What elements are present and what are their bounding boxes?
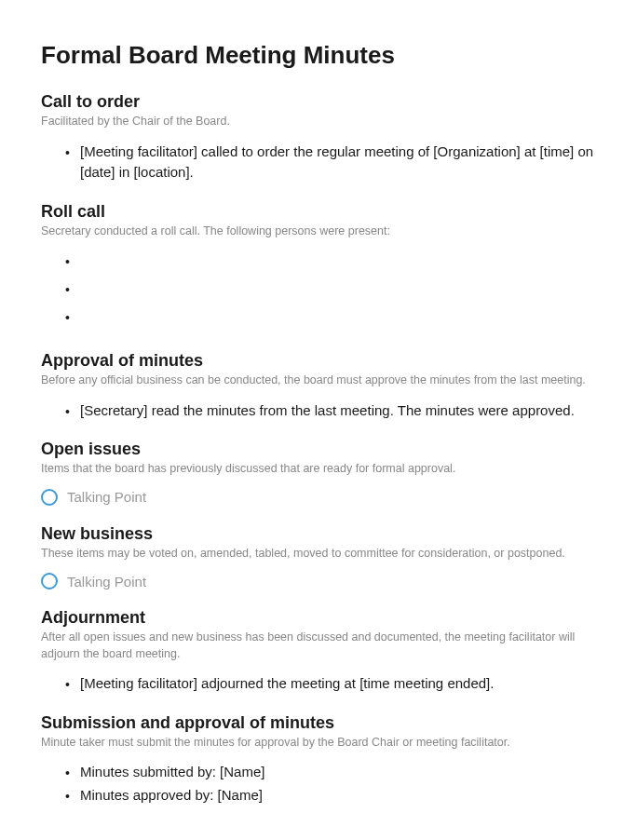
subtitle-adjournment: After all open issues and new business h… xyxy=(41,630,596,662)
circle-icon xyxy=(41,489,58,506)
list-item: Minutes submitted by: [Name] xyxy=(80,762,596,783)
heading-roll-call: Roll call xyxy=(41,202,596,222)
list-roll-call xyxy=(41,251,596,332)
list-adjournment: [Meeting facilitator] adjourned the meet… xyxy=(41,673,596,695)
list-item: [Meeting facilitator] called to order th… xyxy=(80,142,596,183)
heading-new-business: New business xyxy=(41,524,596,544)
heading-adjournment: Adjournment xyxy=(41,608,596,628)
heading-submission: Submission and approval of minutes xyxy=(41,713,596,733)
list-item: Minutes approved by: [Name] xyxy=(80,785,596,806)
list-item: [Meeting facilitator] adjourned the meet… xyxy=(80,673,596,695)
talking-point-open-issues[interactable]: Talking Point xyxy=(41,489,596,506)
circle-icon xyxy=(41,573,58,589)
section-open-issues: Open issues Items that the board has pre… xyxy=(41,440,596,506)
section-call-to-order: Call to order Facilitated by the Chair o… xyxy=(41,92,596,183)
heading-call-to-order: Call to order xyxy=(41,92,596,112)
list-item xyxy=(80,278,596,305)
subtitle-submission: Minute taker must submit the minutes for… xyxy=(41,735,596,752)
heading-approval-minutes: Approval of minutes xyxy=(41,351,596,371)
talking-point-new-business[interactable]: Talking Point xyxy=(41,573,596,589)
section-new-business: New business These items may be voted on… xyxy=(41,524,596,590)
subtitle-open-issues: Items that the board has previously disc… xyxy=(41,461,596,478)
section-roll-call: Roll call Secretary conducted a roll cal… xyxy=(41,202,596,333)
list-approval-minutes: [Secretary] read the minutes from the la… xyxy=(41,400,596,422)
subtitle-new-business: These items may be voted on, amended, ta… xyxy=(41,546,596,562)
document-title: Formal Board Meeting Minutes xyxy=(41,41,596,70)
subtitle-approval-minutes: Before any official business can be cond… xyxy=(41,373,596,389)
list-call-to-order: [Meeting facilitator] called to order th… xyxy=(41,142,596,183)
section-adjournment: Adjournment After all open issues and ne… xyxy=(41,608,596,695)
talking-point-label: Talking Point xyxy=(67,574,146,589)
list-item xyxy=(80,251,596,277)
subtitle-roll-call: Secretary conducted a roll call. The fol… xyxy=(41,224,596,240)
list-submission: Minutes submitted by: [Name] Minutes app… xyxy=(41,762,596,806)
subtitle-call-to-order: Facilitated by the Chair of the Board. xyxy=(41,114,596,130)
talking-point-label: Talking Point xyxy=(67,489,146,505)
list-item xyxy=(80,306,596,332)
list-item: [Secretary] read the minutes from the la… xyxy=(80,400,596,422)
section-approval-minutes: Approval of minutes Before any official … xyxy=(41,351,596,421)
heading-open-issues: Open issues xyxy=(41,440,596,459)
section-submission: Submission and approval of minutes Minut… xyxy=(41,713,596,806)
